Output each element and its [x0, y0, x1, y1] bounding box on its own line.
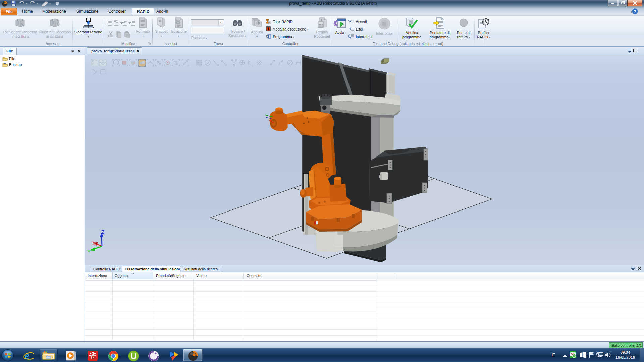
- svg-text:Y: Y: [87, 249, 91, 254]
- svg-text:Z: Z: [101, 229, 104, 235]
- svg-text:▾: ▾: [49, 2, 51, 5]
- svg-text:▾: ▾: [26, 2, 27, 5]
- svg-text:▾: ▾: [37, 2, 38, 5]
- svg-text:?: ?: [634, 9, 636, 14]
- svg-text:X: X: [92, 240, 96, 246]
